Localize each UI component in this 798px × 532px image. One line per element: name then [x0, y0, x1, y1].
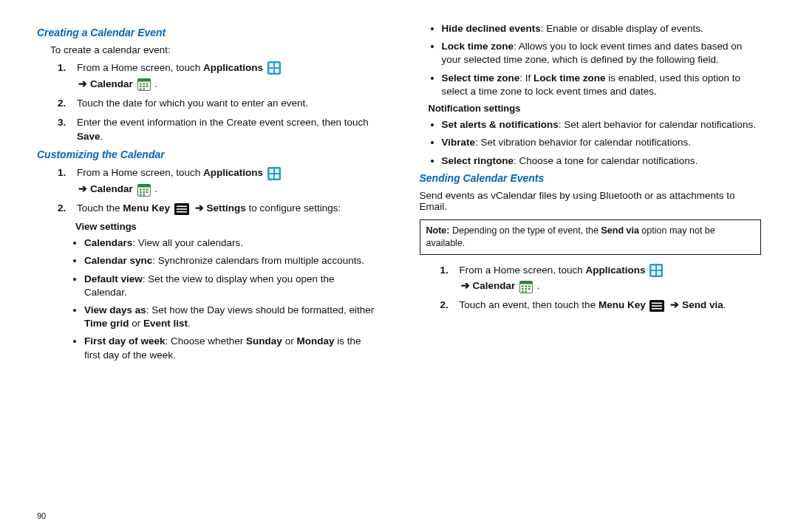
view-settings-subhead: View settings [75, 221, 379, 232]
notification-settings-subhead: Notification settings [429, 103, 762, 114]
view-calendar-sync: Calendar sync: Synchronize calendars fro… [84, 254, 379, 267]
heading-creating: Creating a Calendar Event [37, 27, 379, 38]
notif-alerts: Set alerts & notifications: Set alert be… [442, 118, 762, 132]
create-step-1: 1. From a Home screen, touch Application… [58, 61, 379, 92]
select-time-zone: Select time zone: If Lock time zone is e… [442, 72, 762, 98]
menu-key-icon [649, 300, 664, 312]
applications-icon [267, 61, 281, 75]
view-first-day: First day of week: Choose whether Sunday… [84, 335, 379, 361]
calendar-icon [137, 78, 151, 91]
send-step-1: 1. From a Home screen, touch Application… [440, 264, 762, 294]
view-days-as: View days as: Set how the Day views shou… [84, 304, 379, 330]
menu-key-icon [174, 203, 189, 215]
customize-step-1: 1. From a Home screen, touch Application… [58, 166, 379, 197]
heading-customizing: Customizing the Calendar [37, 149, 379, 160]
heading-sending: Sending Calendar Events [420, 172, 762, 184]
calendar-icon [137, 183, 151, 197]
applications-icon [649, 264, 663, 277]
lock-time-zone: Lock time zone: Allows you to lock event… [442, 40, 762, 66]
applications-icon [267, 167, 281, 180]
customize-step-2: 2. Touch the Menu Key ➔Settings to confi… [58, 202, 379, 216]
intro-sending: Send events as vCalendar files by using … [420, 190, 762, 212]
view-default-view: Default view: Set the view to display wh… [84, 273, 379, 299]
notif-vibrate: Vibrate: Set vibration behavior for cale… [442, 136, 762, 149]
view-calendars: Calendars: View all your calendars. [84, 236, 379, 250]
send-step-2: 2. Touch an event, then touch the Menu K… [440, 299, 762, 313]
intro-creating: To create a calendar event: [50, 44, 379, 55]
create-step-3: 3.Enter the event information in the Cre… [58, 116, 379, 144]
create-step-2: 2.Touch the date for which you want to e… [58, 97, 379, 111]
note-box: Note: Depending on the type of event, th… [420, 219, 762, 255]
page-number: 90 [37, 511, 46, 520]
hide-declined: Hide declined events: Enable or disable … [442, 22, 762, 35]
calendar-icon [519, 280, 533, 293]
notif-ringtone: Select ringtone: Choose a tone for calen… [442, 154, 762, 168]
